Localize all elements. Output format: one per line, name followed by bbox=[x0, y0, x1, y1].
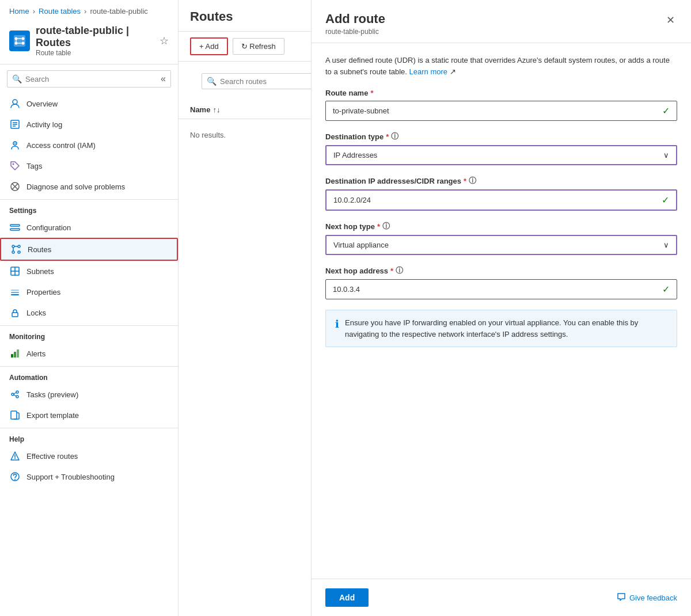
alerts-icon bbox=[9, 348, 21, 359]
destination-ip-input-wrapper[interactable]: ✓ bbox=[325, 189, 677, 211]
svg-point-19 bbox=[12, 245, 14, 248]
svg-point-35 bbox=[16, 396, 18, 398]
svg-rect-29 bbox=[12, 313, 18, 317]
sidebar-item-tasks[interactable]: Tasks (preview) bbox=[0, 384, 178, 405]
route-table-icon bbox=[13, 34, 26, 48]
sidebar-item-subnets[interactable]: Subnets bbox=[0, 261, 178, 282]
overview-label: Overview bbox=[26, 100, 58, 108]
next-hop-address-label: Next hop address * ⓘ bbox=[325, 265, 677, 276]
add-route-button[interactable]: Add bbox=[325, 588, 369, 607]
next-hop-address-input-wrapper[interactable]: ✓ bbox=[325, 279, 677, 299]
close-button[interactable]: ✕ bbox=[664, 12, 677, 29]
next-hop-address-input[interactable] bbox=[333, 285, 662, 294]
next-hop-type-select[interactable]: Virtual appliance ∨ bbox=[325, 235, 677, 255]
svg-rect-26 bbox=[11, 290, 19, 291]
destination-ip-input[interactable] bbox=[333, 196, 662, 204]
panel-subtitle: route-table-public bbox=[325, 28, 385, 36]
sidebar-item-properties[interactable]: Properties bbox=[0, 282, 178, 302]
svg-point-34 bbox=[16, 391, 18, 393]
sort-icon[interactable]: ↑↓ bbox=[212, 105, 220, 114]
sidebar-item-overview[interactable]: Overview bbox=[0, 93, 178, 114]
sidebar-item-routes[interactable]: Routes bbox=[0, 238, 178, 261]
learn-more-link[interactable]: Learn more bbox=[409, 67, 447, 76]
sidebar-item-effective-routes[interactable]: Effective routes bbox=[0, 446, 178, 466]
feedback-link[interactable]: Give feedback bbox=[617, 592, 677, 603]
sidebar-search-box[interactable]: 🔍 « bbox=[7, 70, 171, 88]
search-input[interactable] bbox=[25, 75, 161, 83]
sidebar-item-iam[interactable]: Access control (IAM) bbox=[0, 135, 178, 155]
routes-search-box[interactable]: 🔍 bbox=[202, 73, 311, 89]
locks-icon bbox=[9, 307, 21, 318]
monitoring-section-label: Monitoring bbox=[0, 325, 178, 343]
dest-type-info-icon[interactable]: ⓘ bbox=[391, 131, 398, 142]
alerts-label: Alerts bbox=[26, 349, 45, 358]
svg-point-20 bbox=[18, 245, 20, 248]
next-hop-type-value: Virtual appliance bbox=[333, 241, 389, 249]
destination-ip-check-icon: ✓ bbox=[662, 195, 669, 206]
properties-label: Properties bbox=[26, 288, 60, 296]
next-hop-type-group: Next hop type * ⓘ Virtual appliance ∨ bbox=[325, 221, 677, 255]
description-text: A user defined route (UDR) is a static r… bbox=[325, 55, 677, 77]
add-button[interactable]: + Add bbox=[190, 37, 228, 55]
next-hop-addr-info-icon[interactable]: ⓘ bbox=[396, 265, 403, 276]
sidebar-item-locks[interactable]: Locks bbox=[0, 302, 178, 323]
settings-section-label: Settings bbox=[0, 199, 178, 217]
sidebar-item-export[interactable]: Export template bbox=[0, 405, 178, 425]
next-hop-type-label: Next hop type * ⓘ bbox=[325, 221, 677, 231]
sidebar-item-support[interactable]: Support + Troubleshooting bbox=[0, 466, 178, 487]
refresh-button[interactable]: ↻ Refresh bbox=[233, 38, 284, 55]
export-label: Export template bbox=[26, 411, 79, 420]
svg-rect-38 bbox=[11, 411, 17, 419]
effective-routes-icon bbox=[9, 450, 21, 462]
chevron-down-icon: ∨ bbox=[663, 151, 669, 159]
automation-section-label: Automation bbox=[0, 366, 178, 384]
panel-title-block: Add route route-table-public bbox=[325, 12, 385, 36]
page-title: Routes bbox=[190, 9, 299, 24]
destination-type-select[interactable]: IP Addresses ∨ bbox=[325, 145, 677, 165]
main-header: Routes bbox=[179, 0, 311, 32]
route-name-group: Route name * ✓ bbox=[325, 89, 677, 121]
svg-point-14 bbox=[14, 143, 16, 144]
tasks-label: Tasks (preview) bbox=[26, 390, 78, 399]
search-routes-input[interactable] bbox=[220, 77, 311, 86]
search-routes-icon: 🔍 bbox=[207, 77, 217, 86]
sidebar-item-configuration[interactable]: Configuration bbox=[0, 217, 178, 238]
diagnose-label: Diagnose and solve problems bbox=[26, 182, 125, 191]
sidebar-item-tags[interactable]: Tags bbox=[0, 155, 178, 176]
destination-type-label: Destination type * ⓘ bbox=[325, 131, 677, 142]
breadcrumb-route-tables[interactable]: Route tables bbox=[39, 7, 81, 16]
feedback-icon bbox=[617, 592, 626, 603]
help-section-label: Help bbox=[0, 428, 178, 446]
overview-icon bbox=[9, 98, 21, 109]
add-route-panel: Add route route-table-public ✕ A user de… bbox=[311, 0, 691, 616]
dest-ip-info-icon[interactable]: ⓘ bbox=[469, 176, 476, 186]
svg-rect-28 bbox=[11, 294, 19, 295]
feedback-label: Give feedback bbox=[629, 594, 677, 602]
route-name-check-icon: ✓ bbox=[662, 105, 670, 116]
breadcrumb-resource: route-table-public bbox=[90, 7, 147, 16]
activity-log-label: Activity log bbox=[26, 120, 62, 129]
destination-ip-label: Destination IP addresses/CIDR ranges * ⓘ bbox=[325, 176, 677, 186]
breadcrumb-home[interactable]: Home bbox=[9, 7, 29, 16]
route-name-input[interactable] bbox=[333, 107, 662, 115]
sidebar-item-diagnose[interactable]: Diagnose and solve problems bbox=[0, 176, 178, 197]
table-header: Name ↑↓ bbox=[179, 101, 311, 119]
sidebar-item-alerts[interactable]: Alerts bbox=[0, 343, 178, 364]
svg-point-40 bbox=[14, 458, 16, 459]
collapse-button[interactable]: « bbox=[161, 74, 166, 84]
subnets-icon bbox=[9, 265, 21, 277]
route-name-input-wrapper[interactable]: ✓ bbox=[325, 101, 677, 121]
svg-rect-31 bbox=[14, 352, 16, 358]
next-hop-type-info-icon[interactable]: ⓘ bbox=[382, 221, 390, 231]
svg-point-8 bbox=[13, 100, 17, 104]
diagnose-icon bbox=[9, 181, 21, 192]
tags-icon bbox=[9, 160, 21, 172]
support-label: Support + Troubleshooting bbox=[26, 473, 115, 481]
destination-ip-group: Destination IP addresses/CIDR ranges * ⓘ… bbox=[325, 176, 677, 211]
favorite-icon[interactable]: ☆ bbox=[160, 35, 169, 47]
tags-label: Tags bbox=[26, 162, 42, 170]
resource-icon bbox=[9, 31, 30, 51]
svg-rect-32 bbox=[17, 349, 19, 358]
panel-footer: Add Give feedback bbox=[312, 579, 691, 616]
sidebar-item-activity-log[interactable]: Activity log bbox=[0, 114, 178, 135]
